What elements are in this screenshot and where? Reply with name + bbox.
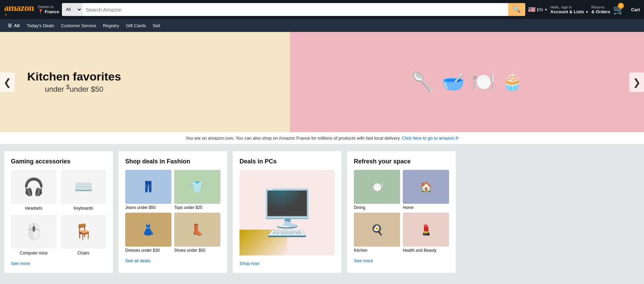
chairs-label: Chairs xyxy=(61,251,106,255)
shoes-label: Shoes under $50 xyxy=(174,248,220,253)
main-content-area: Gaming accessories 🎧 Headsets ⌨️ Keyboar… xyxy=(0,144,644,280)
nav-item-gift-cards[interactable]: Gift Cards xyxy=(122,21,149,30)
kitchen-image: 🍳 xyxy=(354,213,400,247)
gaming-card-grid: 🎧 Headsets ⌨️ Keyboards 🖱️ Computer mice… xyxy=(11,170,106,255)
refresh-card-title: Refresh your space xyxy=(354,158,449,165)
deliver-to-widget[interactable]: Deliver to 📍 France xyxy=(38,5,59,14)
account-greeting: Hello, sign in xyxy=(550,5,589,9)
search-input[interactable] xyxy=(82,3,508,16)
dining-image: 🍽️ xyxy=(354,170,400,204)
fashion-card-title: Shop deals in Fashion xyxy=(125,158,220,165)
banner-title: Kitchen favorites xyxy=(27,70,121,83)
cart-icon-area: 🛒 0 xyxy=(613,4,625,15)
search-bar: All 🔍 xyxy=(62,3,525,16)
returns-label: Returns xyxy=(591,5,610,9)
home-icon: 🏠 xyxy=(420,181,432,193)
jeans-icon: 👖 xyxy=(142,180,155,193)
amazon-fr-link[interactable]: Click here to go to amazon.fr xyxy=(402,136,458,141)
keyboards-label: Keyboards xyxy=(61,206,106,211)
banner-text-area: Kitchen favorites under $under $50 xyxy=(0,50,148,114)
gaming-see-more-link[interactable]: See more xyxy=(11,261,106,266)
nav-item-today-deals[interactable]: Today's Deals xyxy=(23,21,58,30)
banner-subtitle: under $under $50 xyxy=(27,83,121,94)
dress-icon: 👗 xyxy=(142,223,155,236)
fashion-card-grid: 👖 Jeans under $50 👕 Tops under $25 👗 Dre… xyxy=(125,170,220,253)
language-selector[interactable]: 🇺🇸 EN ▼ xyxy=(528,6,548,13)
search-button[interactable]: 🔍 xyxy=(508,3,525,16)
chairs-image: 🪑 xyxy=(61,215,106,249)
gaming-item-mice[interactable]: 🖱️ Computer mice xyxy=(11,215,56,255)
chair-icon: 🪑 xyxy=(74,223,93,241)
hero-banner: ❮ Kitchen favorites under $under $50 🥄 🥣… xyxy=(0,32,644,132)
tops-icon: 👕 xyxy=(191,180,204,193)
gaming-card-title: Gaming accessories xyxy=(11,158,106,165)
amazon-logo[interactable]: amazon ↗̂ xyxy=(4,2,34,17)
banner-kitchen-icons: 🥄 🥣 🍽️ 🧁 xyxy=(404,64,529,100)
gaming-item-keyboards[interactable]: ⌨️ Keyboards xyxy=(61,170,106,211)
account-widget[interactable]: Hello, sign in Account & Lists ▼ xyxy=(550,5,589,14)
home-image: 🏠 xyxy=(403,170,449,204)
pcs-image-area[interactable]: 🖥️ xyxy=(240,170,335,255)
hamburger-icon: ☰ xyxy=(8,23,12,28)
location-icon: 📍 xyxy=(38,9,44,14)
refresh-space-card: Refresh your space 🍽️ Dining 🏠 Home 🍳 Ki… xyxy=(347,151,456,273)
amazon-france-notice: You are on amazon.com. You can also shop… xyxy=(0,132,644,144)
kitchen-label: Kitchen xyxy=(354,248,400,253)
refresh-card-grid: 🍽️ Dining 🏠 Home 🍳 Kitchen 💄 xyxy=(354,170,449,253)
gaming-accessories-card: Gaming accessories 🎧 Headsets ⌨️ Keyboar… xyxy=(4,151,113,273)
mouse-icon: 🖱️ xyxy=(24,223,44,241)
chevron-down-icon: ▼ xyxy=(544,8,548,12)
banner-background-image: 🥄 🥣 🍽️ 🧁 xyxy=(290,32,644,132)
health-beauty-label: Health and Beauty xyxy=(403,248,449,253)
tops-label: Tops under $25 xyxy=(174,205,220,210)
bowl-icon: 🥣 xyxy=(442,71,465,93)
refresh-item-home[interactable]: 🏠 Home xyxy=(403,170,449,210)
dining-icon: 🍽️ xyxy=(371,181,383,193)
refresh-item-kitchen[interactable]: 🍳 Kitchen xyxy=(354,213,400,253)
deliver-location-row: 📍 France xyxy=(38,9,59,14)
tops-image: 👕 xyxy=(174,170,220,204)
dresses-label: Dresses under $30 xyxy=(125,248,171,253)
main-navbar: ☰ All Today's Deals Customer Service Reg… xyxy=(0,19,644,32)
logo-text: amazon xyxy=(4,2,34,13)
plate-icon: 🍽️ xyxy=(472,71,495,93)
home-label: Home xyxy=(403,205,449,210)
fashion-see-all-link[interactable]: See all deals xyxy=(125,258,220,263)
fashion-item-tops[interactable]: 👕 Tops under $25 xyxy=(174,170,220,210)
refresh-see-more-link[interactable]: See more xyxy=(354,258,449,263)
fashion-item-shoes[interactable]: 👢 Shoes under $50 xyxy=(174,213,220,253)
mice-image: 🖱️ xyxy=(11,215,56,249)
gaming-item-chairs[interactable]: 🪑 Chairs xyxy=(61,215,106,255)
refresh-item-health-beauty[interactable]: 💄 Health and Beauty xyxy=(403,213,449,253)
cart-widget[interactable]: 🛒 0 Cart xyxy=(613,4,640,15)
whisk-icon: 🧁 xyxy=(502,73,523,92)
health-beauty-icon: 💄 xyxy=(420,224,432,236)
jeans-image: 👖 xyxy=(125,170,171,204)
cart-label: Cart xyxy=(631,7,640,12)
account-lists-label: Account & Lists ▼ xyxy=(550,9,589,14)
account-chevron: ▼ xyxy=(585,10,589,14)
orders-label: & Orders xyxy=(591,9,610,14)
headsets-label: Headsets xyxy=(11,206,56,211)
dining-label: Dining xyxy=(354,205,400,210)
fashion-item-dresses[interactable]: 👗 Dresses under $30 xyxy=(125,213,171,253)
search-category-select[interactable]: All xyxy=(62,3,82,16)
headset-icon: 🎧 xyxy=(23,177,44,197)
fashion-item-jeans[interactable]: 👖 Jeans under $50 xyxy=(125,170,171,210)
banner-prev-button[interactable]: ❮ xyxy=(0,72,15,92)
logo-smile: ↗̂ xyxy=(4,13,8,17)
nav-item-customer-service[interactable]: Customer Service xyxy=(57,21,99,30)
returns-widget[interactable]: Returns & Orders xyxy=(591,5,610,14)
refresh-item-dining[interactable]: 🍽️ Dining xyxy=(354,170,400,210)
nav-item-registry[interactable]: Registry xyxy=(99,21,122,30)
nav-item-sell[interactable]: Sell xyxy=(149,21,164,30)
gaming-item-headsets[interactable]: 🎧 Headsets xyxy=(11,170,56,211)
deliver-label: Deliver to xyxy=(38,5,59,9)
nav-all-button[interactable]: ☰ All xyxy=(4,21,23,31)
nav-all-label: All xyxy=(14,23,20,28)
pc-tower-icon: 🖥️ xyxy=(260,187,315,238)
banner-next-button[interactable]: ❯ xyxy=(629,72,644,92)
shoes-image: 👢 xyxy=(174,213,220,247)
pcs-card-title: Deals in PCs xyxy=(240,158,335,165)
pcs-shop-now-link[interactable]: Shop now xyxy=(240,261,335,266)
